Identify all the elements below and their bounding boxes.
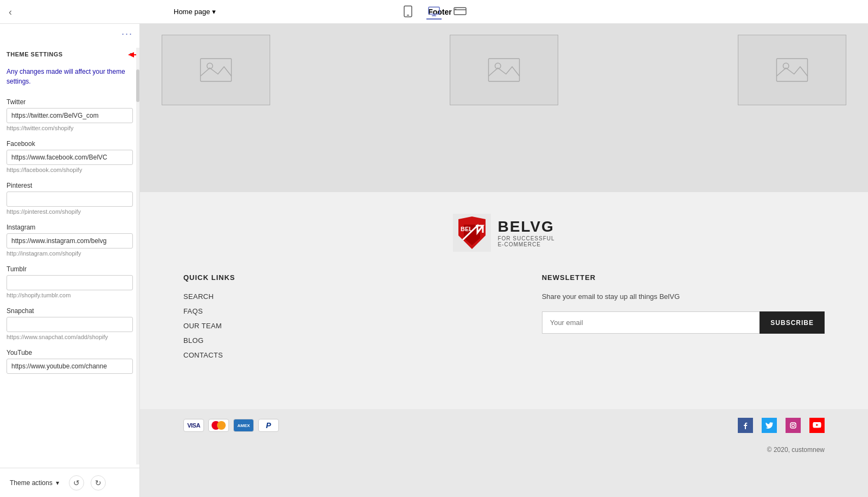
theme-actions-dropdown-icon: ▾ [56,479,59,487]
payment-icons: VISA AMEX P [183,419,279,432]
dots-icon: ··· [122,28,133,40]
theme-info-link: will affect your theme [64,68,125,75]
image-placeholder-2 [450,35,558,105]
mobile-device-icon[interactable] [400,4,416,20]
field-label-3: Instagram [7,224,133,231]
field-input-pinterest[interactable] [7,192,133,207]
page-dropdown-icon: ▾ [212,8,216,16]
facebook-social-icon[interactable] [738,418,753,433]
visa-icon: VISA [183,419,204,432]
field-input-instagram[interactable] [7,233,133,248]
widescreen-device-icon[interactable] [452,4,468,20]
newsletter-title: NEWSLETTER [542,273,825,282]
sidebar-bottom: Theme actions ▾ ↺ ↻ [0,468,140,497]
field-group-youtube: YouTube [0,346,139,379]
copyright: © 2020, customnew [140,442,868,458]
field-label-5: Snapchat [7,307,133,315]
field-group-facebook: Facebookhttps://facebook.com/shopify [0,137,139,179]
field-input-tumblr[interactable] [7,275,133,290]
field-label-0: Twitter [7,98,133,106]
quick-link-0[interactable]: SEARCH [183,292,325,301]
svg-point-19 [792,424,795,427]
field-label-1: Facebook [7,140,133,148]
svg-point-20 [795,423,796,424]
field-hint-3: http://instagram.com/shopify [7,250,133,257]
field-input-youtube[interactable] [7,359,133,374]
youtube-social-icon[interactable] [809,418,825,433]
theme-actions-button[interactable]: Theme actions ▾ [7,477,62,489]
theme-info: Any changes made will affect your theme … [0,62,139,95]
footer-logo-row: BEL BELVG FOR SUCCESSFUL E-COMMERCE [183,214,825,252]
scrollbar-track [136,48,139,464]
quick-link-2[interactable]: OUR TEAM [183,322,325,330]
sidebar-scroll[interactable]: ··· THEME SETTINGS ▾ Any changes made wi… [0,24,139,497]
newsletter-description: Share your email to stay up all things B… [542,292,825,301]
scrollbar-thumb [136,69,139,102]
newsletter-form: SUBSCRIBE [542,311,825,334]
logo-svg: BEL [453,214,491,252]
twitter-social-icon[interactable] [762,418,777,433]
mc-circles [212,421,226,430]
quick-link-1[interactable]: FAQS [183,307,325,315]
field-group-tumblr: Tumblrhttp://shopify.tumblr.com [0,262,139,304]
top-bar: ‹ Footer Home page ▾ [0,0,868,24]
desktop-device-icon[interactable] [426,4,442,20]
svg-rect-2 [429,7,439,14]
field-hint-1: https://facebook.com/shopify [7,167,133,173]
theme-settings-label: THEME SETTINGS [7,51,63,58]
redo-button[interactable]: ↻ [91,475,106,490]
preview-area: BEL BELVG FOR SUCCESSFUL E-COMMERCE QUIC… [140,24,868,497]
amex-icon: AMEX [233,419,254,432]
email-input[interactable] [542,311,760,334]
logo-brand-name: BELVG [497,218,554,235]
field-label-4: Tumblr [7,265,133,273]
image-placeholder-3 [738,35,846,105]
field-input-facebook[interactable] [7,150,133,165]
belvg-logo: BEL BELVG FOR SUCCESSFUL E-COMMERCE [453,214,554,252]
main-layout: ··· THEME SETTINGS ▾ Any changes made wi… [0,24,868,497]
sidebar: ··· THEME SETTINGS ▾ Any changes made wi… [0,24,140,497]
quick-link-3[interactable]: BLOG [183,336,325,345]
page-selector[interactable]: Home page ▾ [174,8,216,16]
field-label-2: Pinterest [7,182,133,189]
field-hint-0: https://twitter.com/shopify [7,125,133,131]
logo-sub1: FOR SUCCESSFUL [497,235,554,241]
logo-text-block: BELVG FOR SUCCESSFUL E-COMMERCE [497,218,554,247]
field-group-snapchat: Snapchathttps://www.snapchat.com/add/sho… [0,304,139,346]
theme-actions-label: Theme actions [10,479,53,487]
footer-content: BEL BELVG FOR SUCCESSFUL E-COMMERCE QUIC… [140,192,868,409]
back-button[interactable]: ‹ [9,7,12,17]
logo-sub2: E-COMMERCE [497,241,554,247]
subscribe-button[interactable]: SUBSCRIBE [760,311,825,334]
svg-marker-9 [129,52,134,58]
field-hint-5: https://www.snapchat.com/add/shopify [7,334,133,340]
paypal-icon: P [258,419,279,432]
sidebar-fields: Twitterhttps://twitter.com/shopifyFacebo… [0,95,139,379]
page-label: Home page [174,8,210,16]
mc-orange-circle [217,421,226,430]
scroll-indicator: ··· [0,24,139,44]
social-icons [738,418,825,433]
undo-button[interactable]: ↺ [69,475,84,490]
field-label-6: YouTube [7,349,133,356]
quick-links-list: SEARCHFAQSOUR TEAMBLOGCONTACTS [183,292,325,359]
field-input-snapchat[interactable] [7,317,133,332]
field-group-twitter: Twitterhttps://twitter.com/shopify [0,95,139,137]
theme-settings-header: THEME SETTINGS ▾ [0,44,139,62]
instagram-social-icon[interactable] [786,418,801,433]
footer-bar: VISA AMEX P [140,409,868,442]
spacer-section [140,116,868,192]
quick-links-col: QUICK LINKS SEARCHFAQSOUR TEAMBLOGCONTAC… [183,273,325,366]
field-group-instagram: Instagramhttp://instagram.com/shopify [0,220,139,262]
newsletter-col: NEWSLETTER Share your email to stay up a… [325,273,825,366]
field-input-twitter[interactable] [7,108,133,123]
footer-columns: QUICK LINKS SEARCHFAQSOUR TEAMBLOGCONTAC… [183,273,825,366]
mastercard-icon [208,419,229,432]
image-placeholder-1 [162,35,270,105]
field-hint-2: https://pinterest.com/shopify [7,208,133,215]
field-hint-4: http://shopify.tumblr.com [7,292,133,298]
field-group-pinterest: Pinteresthttps://pinterest.com/shopify [0,179,139,220]
svg-rect-5 [454,8,466,15]
quick-link-4[interactable]: CONTACTS [183,351,325,359]
image-placeholder-row [140,24,868,116]
